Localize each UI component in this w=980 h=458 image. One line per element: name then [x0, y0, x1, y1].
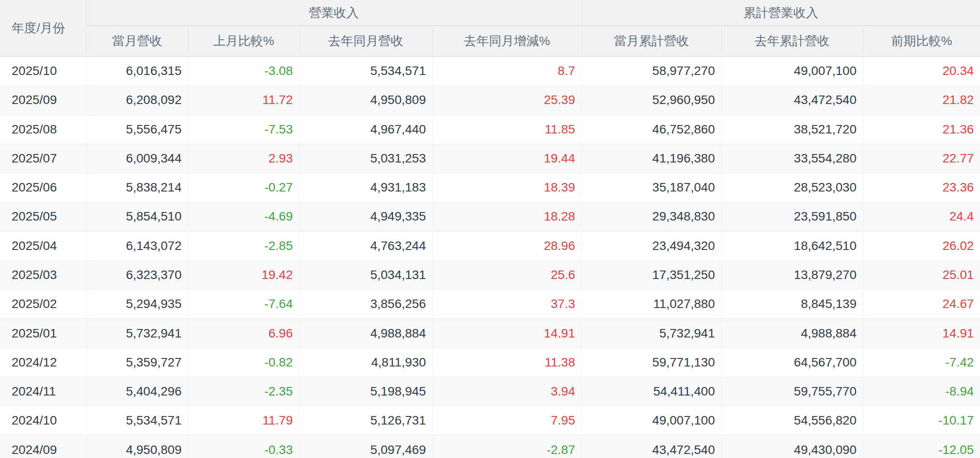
- cell-year-month: 2024/12: [0, 348, 86, 377]
- cell-amount: 29,348,830: [582, 202, 721, 231]
- cell-percent: 2.93: [188, 144, 299, 173]
- cell-amount: 4,950,809: [299, 86, 432, 115]
- cell-year-month: 2025/06: [0, 173, 86, 202]
- cell-percent: -8.94: [863, 377, 980, 406]
- column-header-year-month: 年度/月份: [0, 0, 86, 57]
- cell-amount: 6,143,072: [86, 231, 188, 260]
- cell-amount: 5,404,296: [86, 377, 188, 406]
- cell-amount: 4,931,183: [299, 173, 432, 202]
- cell-percent: -12.05: [863, 435, 980, 458]
- table-row: 2024/094,950,809-0.335,097,469-2.8743,47…: [0, 435, 980, 458]
- cell-percent: -2.87: [432, 435, 582, 458]
- cell-amount: 59,771,130: [582, 348, 721, 377]
- column-header-mom-pct: 上月比較%: [188, 26, 299, 57]
- cell-percent: 25.6: [432, 260, 582, 289]
- cell-amount: 43,472,540: [721, 86, 863, 115]
- cell-percent: 11.38: [432, 348, 582, 377]
- cell-amount: 4,950,809: [86, 435, 188, 458]
- cell-percent: 6.96: [188, 319, 299, 348]
- cell-year-month: 2025/07: [0, 144, 86, 173]
- table-row: 2025/025,294,935-7.643,856,25637.311,027…: [0, 290, 980, 319]
- cell-amount: 5,198,945: [299, 377, 432, 406]
- cell-year-month: 2024/09: [0, 435, 86, 458]
- cell-amount: 4,988,884: [299, 319, 432, 348]
- revenue-table-body: 2025/106,016,315-3.085,534,5718.758,977,…: [0, 57, 980, 458]
- table-row: 2025/015,732,9416.964,988,88414.915,732,…: [0, 319, 980, 348]
- table-row: 2024/105,534,57111.795,126,7317.9549,007…: [0, 406, 980, 435]
- column-header-monthly-revenue: 當月營收: [86, 26, 188, 57]
- cell-year-month: 2025/10: [0, 57, 86, 86]
- cell-percent: 18.28: [432, 202, 582, 231]
- cell-percent: 7.95: [432, 406, 582, 435]
- cell-amount: 33,554,280: [721, 144, 863, 173]
- cell-percent: 11.72: [188, 86, 299, 115]
- cell-percent: 11.79: [188, 406, 299, 435]
- cell-percent: 3.94: [432, 377, 582, 406]
- cell-amount: 5,126,731: [299, 406, 432, 435]
- cell-amount: 28,523,030: [721, 173, 863, 202]
- cell-percent: 37.3: [432, 290, 582, 319]
- table-row: 2025/106,016,315-3.085,534,5718.758,977,…: [0, 57, 980, 86]
- cell-amount: 52,960,950: [582, 86, 721, 115]
- cell-amount: 11,027,880: [582, 290, 721, 319]
- cell-percent: -10.17: [863, 406, 980, 435]
- cell-amount: 6,323,370: [86, 260, 188, 289]
- cell-percent: 19.44: [432, 144, 582, 173]
- cell-percent: -7.42: [863, 348, 980, 377]
- cell-amount: 4,811,930: [299, 348, 432, 377]
- cell-amount: 5,732,941: [582, 319, 721, 348]
- monthly-revenue-table: 年度/月份 營業收入 累計營業收入 當月營收 上月比較% 去年同月營收 去年同月…: [0, 0, 980, 458]
- cell-amount: 54,411,400: [582, 377, 721, 406]
- cell-year-month: 2025/09: [0, 86, 86, 115]
- cell-amount: 64,567,700: [721, 348, 863, 377]
- cell-amount: 6,208,092: [86, 86, 188, 115]
- cell-amount: 4,988,884: [721, 319, 863, 348]
- table-header: 年度/月份 營業收入 累計營業收入 當月營收 上月比較% 去年同月營收 去年同月…: [0, 0, 980, 57]
- cell-percent: 14.91: [863, 319, 980, 348]
- cell-percent: 28.96: [432, 231, 582, 260]
- cell-amount: 4,949,335: [299, 202, 432, 231]
- cell-amount: 5,556,475: [86, 115, 188, 144]
- group-header-cumulative-revenue: 累計營業收入: [582, 0, 980, 26]
- cell-percent: 22.77: [863, 144, 980, 173]
- cell-amount: 46,752,860: [582, 115, 721, 144]
- column-header-period-compare-pct: 前期比較%: [863, 26, 980, 57]
- cell-year-month: 2025/03: [0, 260, 86, 289]
- cell-percent: 23.36: [863, 173, 980, 202]
- cell-percent: -2.85: [188, 231, 299, 260]
- cell-percent: 14.91: [432, 319, 582, 348]
- cell-percent: 25.01: [863, 260, 980, 289]
- cell-amount: 58,977,270: [582, 57, 721, 86]
- cell-percent: -7.64: [188, 290, 299, 319]
- cell-percent: 24.67: [863, 290, 980, 319]
- cell-year-month: 2025/02: [0, 290, 86, 319]
- cell-amount: 43,472,540: [582, 435, 721, 458]
- table-row: 2024/115,404,296-2.355,198,9453.9454,411…: [0, 377, 980, 406]
- group-header-operating-revenue: 營業收入: [86, 0, 582, 26]
- cell-percent: 24.4: [863, 202, 980, 231]
- column-header-last-year-cumulative: 去年累計營收: [721, 26, 863, 57]
- cell-amount: 49,430,090: [721, 435, 863, 458]
- cell-percent: -4.69: [188, 202, 299, 231]
- cell-amount: 6,016,315: [86, 57, 188, 86]
- cell-percent: 21.82: [863, 86, 980, 115]
- cell-amount: 49,007,100: [721, 57, 863, 86]
- cell-percent: 26.02: [863, 231, 980, 260]
- table-row: 2025/096,208,09211.724,950,80925.3952,96…: [0, 86, 980, 115]
- cell-amount: 41,196,380: [582, 144, 721, 173]
- cell-percent: -7.53: [188, 115, 299, 144]
- cell-amount: 6,009,344: [86, 144, 188, 173]
- cell-amount: 35,187,040: [582, 173, 721, 202]
- cell-percent: 8.7: [432, 57, 582, 86]
- cell-amount: 3,856,256: [299, 290, 432, 319]
- column-header-last-year-same-month: 去年同月營收: [299, 26, 432, 57]
- cell-percent: -2.35: [188, 377, 299, 406]
- cell-amount: 18,642,510: [721, 231, 863, 260]
- cell-amount: 5,732,941: [86, 319, 188, 348]
- group-header-row: 年度/月份 營業收入 累計營業收入: [0, 0, 980, 26]
- cell-amount: 5,838,214: [86, 173, 188, 202]
- cell-amount: 23,591,850: [721, 202, 863, 231]
- cell-amount: 5,359,727: [86, 348, 188, 377]
- table-row: 2025/076,009,3442.935,031,25319.4441,196…: [0, 144, 980, 173]
- cell-percent: 21.36: [863, 115, 980, 144]
